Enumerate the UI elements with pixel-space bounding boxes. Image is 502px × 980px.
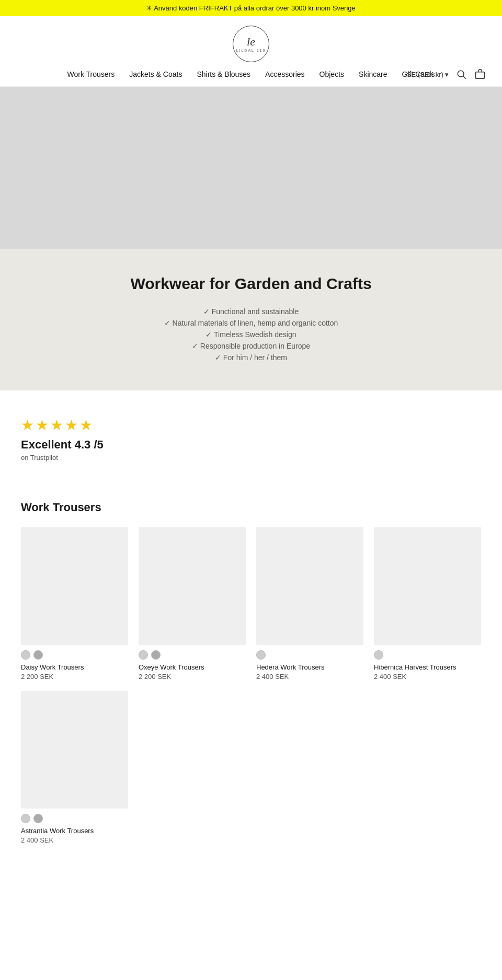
swatch-0-1[interactable]	[33, 650, 43, 660]
product-image-2	[256, 527, 363, 645]
product-card-1[interactable]: Oxeye Work Trousers 2 200 SEK	[139, 527, 246, 681]
feature-item-5: ✓ For him / her / them	[10, 353, 492, 362]
product-image-0	[21, 527, 128, 645]
star-4: ★	[65, 417, 78, 434]
product-price-0: 2 200 SEK	[21, 673, 128, 681]
chevron-down-icon: ▾	[445, 71, 449, 78]
currency-label: SE (SEK kr)	[407, 71, 443, 78]
swatch-4-0[interactable]	[21, 814, 30, 823]
stars: ★ ★ ★ ★ ★	[21, 417, 93, 434]
star-2: ★	[36, 417, 49, 434]
color-swatches-1	[139, 650, 246, 660]
swatch-2-0[interactable]	[256, 650, 266, 660]
product-card-3[interactable]: Hibernica Harvest Trousers 2 400 SEK	[374, 527, 481, 681]
logo: le LILDAL 210	[233, 26, 269, 62]
product-image-4	[21, 691, 128, 809]
products-section-title: Work Trousers	[21, 501, 481, 514]
feature-item-3: ✓ Timeless Swedish design	[10, 330, 492, 339]
nav-item-accessories[interactable]: Accessories	[265, 70, 304, 79]
star-1: ★	[21, 417, 34, 434]
product-price-3: 2 400 SEK	[374, 673, 481, 681]
star-3: ★	[50, 417, 63, 434]
currency-selector[interactable]: SE (SEK kr) ▾	[407, 71, 449, 78]
logo-script: le	[247, 36, 255, 48]
color-swatches-4	[21, 814, 128, 823]
header: le LILDAL 210 Work Trousers Jackets & Co…	[0, 16, 502, 87]
nav-links: Work Trousers Jackets & Coats Shirts & B…	[67, 70, 435, 79]
nav-item-objects[interactable]: Objects	[320, 70, 344, 79]
cart-button[interactable]	[474, 68, 486, 80]
color-swatches-2	[256, 650, 363, 660]
color-swatches-3	[374, 650, 481, 660]
product-card-2[interactable]: Hedera Work Trousers 2 400 SEK	[256, 527, 363, 681]
star-5: ★	[79, 417, 93, 434]
trustpilot-rating: Excellent 4.3 /5	[21, 438, 104, 452]
product-price-1: 2 200 SEK	[139, 673, 246, 681]
swatch-1-0[interactable]	[139, 650, 148, 660]
cart-icon	[475, 69, 485, 79]
hero-image	[0, 87, 502, 249]
svg-line-1	[463, 76, 466, 79]
swatch-1-1[interactable]	[151, 650, 161, 660]
color-swatches-0	[21, 650, 128, 660]
product-name-4: Astrantia Work Trousers	[21, 827, 128, 835]
trustpilot-section: ★ ★ ★ ★ ★ Excellent 4.3 /5 on Trustpilot	[0, 390, 502, 490]
product-name-2: Hedera Work Trousers	[256, 663, 363, 671]
swatch-0-0[interactable]	[21, 650, 30, 660]
products-row2: Astrantia Work Trousers 2 400 SEK	[21, 691, 481, 845]
swatch-3-0[interactable]	[374, 650, 383, 660]
feature-item-2: ✓ Natural materials of linen, hemp and o…	[10, 319, 492, 327]
nav-item-jackets[interactable]: Jackets & Coats	[129, 70, 182, 79]
product-image-1	[139, 527, 246, 645]
svg-rect-2	[476, 72, 485, 79]
product-image-3	[374, 527, 481, 645]
features-section: Workwear for Garden and Crafts ✓ Functio…	[0, 249, 502, 390]
features-list: ✓ Functional and sustainable ✓ Natural m…	[10, 307, 492, 362]
product-price-4: 2 400 SEK	[21, 836, 128, 844]
feature-item-1: ✓ Functional and sustainable	[10, 307, 492, 316]
nav-item-shirts[interactable]: Shirts & Blouses	[197, 70, 250, 79]
top-banner: ✳ Använd koden FRIFRAKT på alla ordrar ö…	[0, 0, 502, 16]
feature-item-4: ✓ Responsible production in Europe	[10, 342, 492, 350]
trustpilot-sub: on Trustpilot	[21, 454, 58, 462]
nav-item-work-trousers[interactable]: Work Trousers	[67, 70, 115, 79]
product-name-0: Daisy Work Trousers	[21, 663, 128, 671]
product-card-4[interactable]: Astrantia Work Trousers 2 400 SEK	[21, 691, 128, 845]
swatch-4-1[interactable]	[33, 814, 43, 823]
logo-area: le LILDAL 210	[233, 26, 269, 62]
products-section: Work Trousers Daisy Work Trousers 2 200 …	[0, 490, 502, 875]
product-price-2: 2 400 SEK	[256, 673, 363, 681]
main-nav: Work Trousers Jackets & Coats Shirts & B…	[0, 70, 502, 86]
nav-item-skincare[interactable]: Skincare	[359, 70, 387, 79]
search-icon	[456, 69, 466, 79]
products-grid: Daisy Work Trousers 2 200 SEK Oxeye Work…	[21, 527, 481, 681]
banner-text: ✳ Använd koden FRIFRAKT på alla ordrar ö…	[146, 4, 356, 12]
logo-sub: LILDAL 210	[236, 49, 266, 52]
nav-icons: SE (SEK kr) ▾	[407, 68, 486, 80]
product-card-0[interactable]: Daisy Work Trousers 2 200 SEK	[21, 527, 128, 681]
product-name-1: Oxeye Work Trousers	[139, 663, 246, 671]
features-title: Workwear for Garden and Crafts	[10, 275, 492, 293]
product-name-3: Hibernica Harvest Trousers	[374, 663, 481, 671]
search-button[interactable]	[455, 68, 467, 80]
